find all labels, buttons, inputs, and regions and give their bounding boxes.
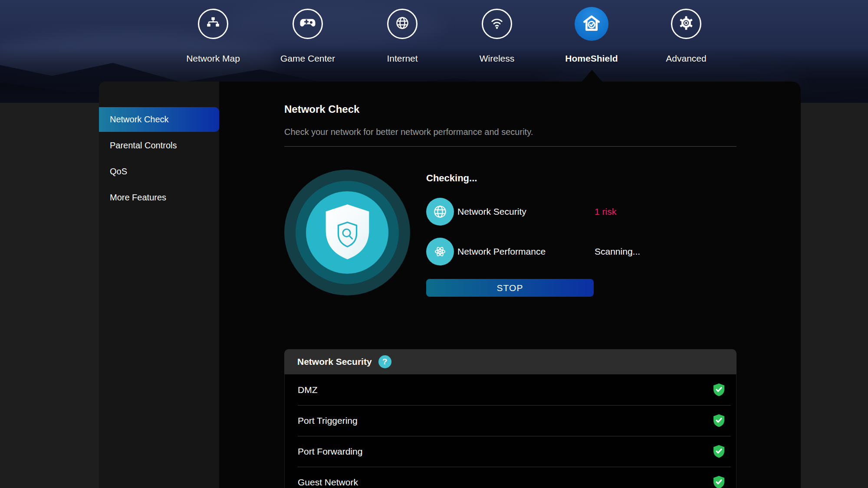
homeshield-panel: Network Check Parental Controls QoS More… — [99, 82, 801, 488]
security-row-port-forwarding: Port Forwarding — [285, 436, 736, 467]
top-navigation: Network Map Game Center — [166, 0, 733, 74]
nav-item-network-map[interactable]: Network Map — [166, 0, 260, 74]
atom-icon — [426, 238, 454, 265]
nav-label: Advanced — [666, 53, 706, 64]
sidebar: Network Check Parental Controls QoS More… — [99, 82, 219, 488]
question-icon[interactable]: ? — [378, 355, 391, 368]
nav-label: HomeShield — [565, 53, 618, 64]
shield-check-icon — [713, 414, 725, 427]
network-security-panel-body: DMZ Port Triggering — [284, 374, 736, 488]
nav-item-game-center[interactable]: Game Center — [260, 0, 355, 74]
checking-status-list: Checking... Network Security 1 risk — [426, 170, 736, 297]
sidebar-item-network-check[interactable]: Network Check — [99, 107, 219, 132]
nav-label: Network Map — [186, 53, 240, 64]
scan-shield-graphic — [284, 170, 410, 295]
security-row-label: Port Triggering — [298, 416, 713, 426]
home-shield-icon — [581, 12, 602, 36]
shield-check-icon — [713, 383, 725, 396]
nav-item-internet[interactable]: Internet — [355, 0, 450, 74]
sidebar-item-label: More Features — [110, 193, 166, 203]
security-row-label: Guest Network — [298, 477, 713, 488]
shield-check-icon — [713, 475, 725, 488]
sidebar-item-qos[interactable]: QoS — [99, 159, 219, 184]
network-security-panel-header: Network Security ? — [284, 349, 736, 374]
sidebar-item-label: Parental Controls — [110, 141, 177, 151]
panel-title: Network Security — [297, 357, 372, 367]
nav-item-homeshield[interactable]: HomeShield — [544, 0, 639, 74]
status-value-scanning: Scanning... — [595, 246, 640, 257]
sidebar-item-more-features[interactable]: More Features — [99, 185, 219, 210]
shield-check-icon — [713, 445, 725, 458]
page-title: Network Check — [284, 103, 736, 115]
security-row-guest-network: Guest Network — [285, 467, 736, 488]
page-subtitle: Check your network for better network pe… — [284, 127, 736, 137]
gear-icon — [677, 14, 695, 33]
nav-label: Wireless — [480, 53, 515, 64]
security-row-port-triggering: Port Triggering — [285, 405, 736, 436]
nav-item-advanced[interactable]: Advanced — [639, 0, 733, 74]
network-check-status-section: Checking... Network Security 1 risk — [284, 170, 736, 297]
sidebar-item-label: QoS — [110, 167, 127, 177]
checking-heading: Checking... — [426, 173, 736, 184]
network-security-panel: Network Security ? DMZ — [284, 349, 736, 488]
security-row-label: DMZ — [298, 385, 713, 395]
title-divider — [284, 146, 736, 147]
shield-scan-icon — [322, 202, 372, 263]
network-map-icon — [204, 14, 222, 33]
security-row-dmz: DMZ — [285, 374, 736, 405]
wifi-icon — [488, 14, 506, 33]
status-label: Network Security — [457, 206, 595, 217]
status-value-risk: 1 risk — [595, 206, 616, 217]
security-row-label: Port Forwarding — [298, 446, 713, 457]
stop-button[interactable]: STOP — [426, 279, 594, 297]
nav-label: Game Center — [280, 53, 335, 64]
nav-label: Internet — [387, 53, 418, 64]
globe-icon — [426, 198, 454, 226]
main-content: Network Check Check your network for bet… — [219, 82, 801, 488]
status-row-network-security: Network Security 1 risk — [426, 198, 736, 226]
sidebar-item-label: Network Check — [110, 115, 169, 124]
sidebar-item-parental-controls[interactable]: Parental Controls — [99, 133, 219, 158]
status-row-network-performance: Network Performance Scanning... — [426, 238, 736, 265]
globe-icon — [394, 14, 411, 33]
status-label: Network Performance — [457, 246, 595, 257]
game-center-icon — [299, 14, 316, 33]
nav-item-wireless[interactable]: Wireless — [450, 0, 544, 74]
